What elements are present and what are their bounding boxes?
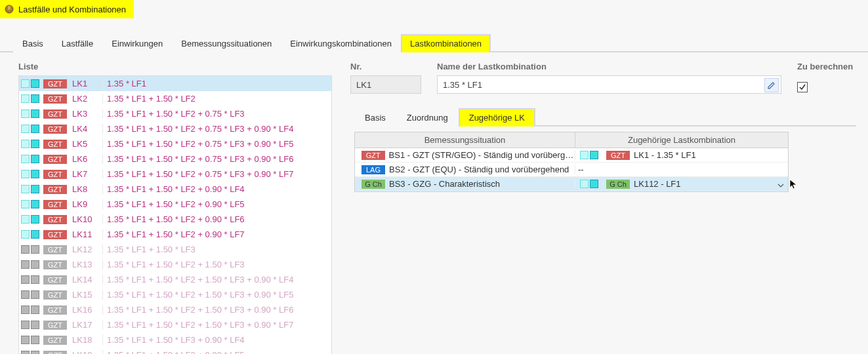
lk-formula: 1.35 * LF1 + 1.50 * LF2 + 0.75 * LF3 + 0… <box>102 139 331 149</box>
design-situation-text: BS1 - GZT (STR/GEO) - Ständig und vorübe… <box>389 150 575 160</box>
color-swatch <box>21 275 39 284</box>
lk-id: LK17 <box>72 320 102 330</box>
list-wrap: GZTLK11.35 * LF1GZTLK21.35 * LF1 + 1.50 … <box>18 75 332 354</box>
table-row[interactable]: GZTBS1 - GZT (STR/GEO) - Ständig und vor… <box>355 148 788 163</box>
list-item[interactable]: GZTLK71.35 * LF1 + 1.50 * LF2 + 0.75 * L… <box>19 167 331 182</box>
assoc-combo-cell[interactable]: G ChLK112 - LF1 <box>575 179 788 189</box>
list-item[interactable]: GZTLK111.35 * LF1 + 1.50 * LF2 + 0.90 * … <box>19 227 331 242</box>
nr-label: Nr. <box>350 62 421 71</box>
badge-gch: G Ch <box>606 180 630 189</box>
list-item[interactable]: GZTLK21.35 * LF1 + 1.50 * LF2 <box>19 91 331 106</box>
list-item[interactable]: GZTLK131.35 * LF1 + 1.50 * LF2 + 1.50 * … <box>19 257 331 272</box>
color-swatch <box>580 180 598 188</box>
chevron-down-icon[interactable] <box>776 181 785 189</box>
list-item[interactable]: GZTLK181.35 * LF1 + 1.50 * LF3 + 0.90 * … <box>19 332 331 347</box>
subtab-basis[interactable]: Basis <box>354 108 396 127</box>
lk-formula: 1.35 * LF1 + 1.50 * LF2 + 0.90 * LF4 <box>102 184 331 194</box>
badge-gzt: GZT <box>43 109 67 119</box>
lk-id: LK19 <box>72 350 102 354</box>
color-swatch <box>21 245 39 254</box>
color-swatch <box>21 336 39 344</box>
list-item[interactable]: GZTLK81.35 * LF1 + 1.50 * LF2 + 0.90 * L… <box>19 182 331 197</box>
subtab-zugehörige-lk[interactable]: Zugehörige LK <box>459 108 535 127</box>
list-item[interactable]: GZTLK161.35 * LF1 + 1.50 * LF2 + 1.50 * … <box>19 302 331 317</box>
badge-gch: G Ch <box>362 180 385 189</box>
list-label: Liste <box>18 62 332 71</box>
color-swatch <box>21 94 39 103</box>
badge-gzt: GZT <box>43 79 67 88</box>
tab-einwirkungen[interactable]: Einwirkungen <box>102 34 172 52</box>
lk-id: LK7 <box>72 169 102 179</box>
list-item[interactable]: GZTLK101.35 * LF1 + 1.50 * LF2 + 0.90 * … <box>19 212 331 227</box>
list-item[interactable]: GZTLK61.35 * LF1 + 1.50 * LF2 + 0.75 * L… <box>19 151 331 167</box>
tab-einwirkungskombinationen[interactable]: Einwirkungskombinationen <box>281 34 401 52</box>
badge-gzt: GZT <box>43 185 67 194</box>
sub-tabs: BasisZuordnungZugehörige LK <box>354 107 856 127</box>
badge-gzt: GZT <box>43 94 67 104</box>
nr-field[interactable]: LK1 <box>350 75 421 94</box>
list-item[interactable]: GZTLK171.35 * LF1 + 1.50 * LF2 + 1.50 * … <box>19 317 331 332</box>
lk-id: LK8 <box>72 184 102 194</box>
design-situation-table: Bemessungssituation Zugehörige Lastkombi… <box>354 132 789 192</box>
lk-id: LK3 <box>72 109 102 119</box>
lk-formula: 1.35 * LF1 + 1.50 * LF2 + 1.50 * LF3 + 0… <box>102 305 331 315</box>
lk-id: LK10 <box>72 214 102 224</box>
lk-formula: 1.35 * LF1 + 1.50 * LF3 + 0.90 * LF5 <box>102 350 331 354</box>
calc-label: Zu berechnen <box>797 62 856 71</box>
color-swatch <box>21 125 39 133</box>
lk-formula: 1.35 * LF1 + 1.50 * LF3 <box>102 245 331 254</box>
assoc-combo-cell[interactable]: GZTLK1 - 1.35 * LF1 <box>575 150 788 160</box>
edit-name-button[interactable] <box>764 78 779 92</box>
assoc-combo-cell[interactable]: -- <box>575 165 788 174</box>
badge-gzt: GZT <box>43 170 67 179</box>
name-field[interactable]: 1.35 * LF1 <box>437 75 781 94</box>
badge-gzt: GZT <box>43 200 67 209</box>
assoc-combo-text: -- <box>578 165 584 174</box>
ds-header-combo: Zugehörige Lastkombination <box>575 132 788 148</box>
tab-lastkombinationen[interactable]: Lastkombinationen <box>401 34 491 52</box>
lk-formula: 1.35 * LF1 + 1.50 * LF2 + 0.75 * LF3 + 0… <box>102 124 331 134</box>
tab-basis[interactable]: Basis <box>13 34 52 52</box>
list-item[interactable]: GZTLK41.35 * LF1 + 1.50 * LF2 + 0.75 * L… <box>19 121 331 136</box>
lk-id: LK4 <box>72 124 102 134</box>
tab-bemessungssituationen[interactable]: Bemessungssituationen <box>172 34 281 52</box>
lk-id: LK6 <box>72 154 102 164</box>
list-item[interactable]: GZTLK11.35 * LF1 <box>19 76 331 91</box>
lk-id: LK13 <box>72 260 102 269</box>
badge-gzt: GZT <box>606 151 630 160</box>
lk-formula: 1.35 * LF1 + 1.50 * LF2 + 1.50 * LF3 + 0… <box>102 290 331 300</box>
badge-lag: LAG <box>362 165 385 174</box>
subtab-zuordnung[interactable]: Zuordnung <box>396 108 459 127</box>
list-item[interactable]: GZTLK151.35 * LF1 + 1.50 * LF2 + 1.50 * … <box>19 287 331 302</box>
lk-id: LK9 <box>72 199 102 209</box>
color-swatch <box>21 109 39 118</box>
lk-id: LK1 <box>72 79 102 88</box>
list-scroll[interactable]: GZTLK11.35 * LF1GZTLK21.35 * LF1 + 1.50 … <box>19 76 331 354</box>
list-item[interactable]: GZTLK91.35 * LF1 + 1.50 * LF2 + 0.90 * L… <box>19 197 331 212</box>
list-item[interactable]: GZTLK141.35 * LF1 + 1.50 * LF2 + 1.50 * … <box>19 272 331 287</box>
badge-gzt: GZT <box>43 275 67 285</box>
tab-lastfälle[interactable]: Lastfälle <box>52 34 102 52</box>
table-row[interactable]: G ChBS3 - GZG - CharakteristischG ChLK11… <box>355 177 788 191</box>
table-row[interactable]: LAGBS2 - GZT (EQU) - Ständig und vorüber… <box>355 163 788 177</box>
badge-gzt: GZT <box>43 215 67 224</box>
calc-checkbox[interactable] <box>797 82 808 92</box>
color-swatch <box>21 351 39 354</box>
list-item[interactable]: GZTLK51.35 * LF1 + 1.50 * LF2 + 0.75 * L… <box>19 136 331 151</box>
list-item[interactable]: GZTLK121.35 * LF1 + 1.50 * LF3 <box>19 242 331 257</box>
color-swatch <box>580 151 598 159</box>
lk-formula: 1.35 * LF1 + 1.50 * LF2 <box>102 94 331 104</box>
lk-id: LK15 <box>72 290 102 300</box>
lk-formula: 1.35 * LF1 + 1.50 * LF2 + 0.90 * LF5 <box>102 199 331 209</box>
assoc-combo-text: LK112 - LF1 <box>634 179 681 189</box>
design-situation-text: BS2 - GZT (EQU) - Ständig und vorübergeh… <box>389 165 569 174</box>
badge-gzt: GZT <box>43 230 67 239</box>
lk-id: LK2 <box>72 94 102 104</box>
list-item[interactable]: GZTLK31.35 * LF1 + 1.50 * LF2 + 0.75 * L… <box>19 106 331 121</box>
list-item[interactable]: GZTLK191.35 * LF1 + 1.50 * LF3 + 0.90 * … <box>19 347 331 354</box>
badge-gzt: GZT <box>43 125 67 134</box>
color-swatch <box>21 155 39 163</box>
color-swatch <box>21 290 39 299</box>
badge-gzt: GZT <box>362 151 385 160</box>
lk-formula: 1.35 * LF1 + 1.50 * LF2 + 0.90 * LF7 <box>102 229 331 239</box>
